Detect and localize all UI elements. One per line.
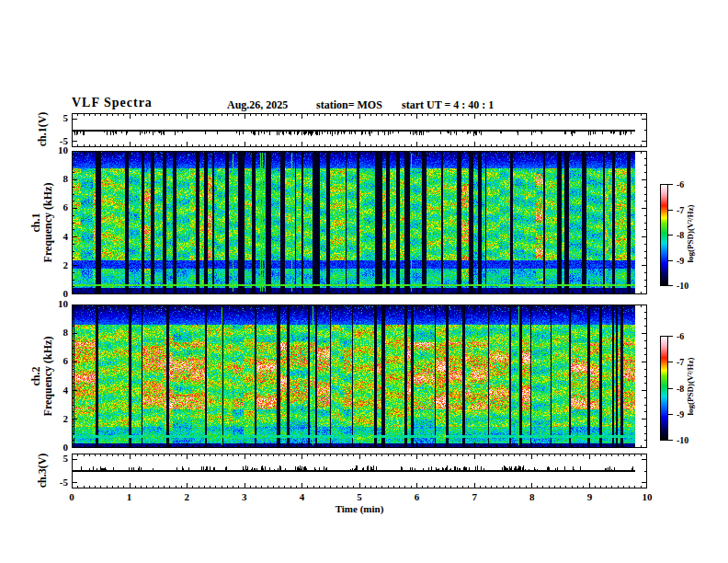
colorbar-tick-label: -9: [677, 255, 684, 267]
figure-date: Aug.26, 2025: [227, 98, 288, 112]
figure-station: station= MOS: [316, 98, 382, 112]
time-tick-label: 0: [69, 491, 74, 503]
time-tick-label: 6: [415, 491, 420, 503]
vlf-spectra-figure: VLF Spectra Aug.26, 2025 station= MOS st…: [0, 0, 728, 563]
voltage-tick-label: 5: [40, 112, 68, 124]
x-axis-title: Time (min): [336, 503, 384, 514]
frequency-tick-label: 4: [40, 385, 68, 396]
time-tick-label: 7: [472, 491, 477, 503]
time-tick-label: 3: [242, 491, 247, 503]
colorbar-tick-label: -8: [677, 229, 684, 241]
figure-start-ut: start UT = 4 : 40 : 1: [402, 98, 494, 112]
ch1-frequency-axis-label-line2: Frequency (kHz): [42, 144, 54, 301]
colorbar-tick-label: -10: [677, 280, 688, 292]
time-tick-label: 5: [357, 491, 362, 503]
frequency-tick-label: 0: [40, 442, 68, 454]
time-tick-label: 1: [127, 491, 132, 503]
colorbar-tick-label: -8: [677, 383, 684, 395]
ch2-frequency-axis-label-line2: Frequency (kHz): [42, 298, 54, 454]
voltage-tick-label: -5: [40, 477, 68, 488]
frequency-tick-label: 8: [40, 173, 68, 185]
colorbar-tick-label: -7: [677, 356, 684, 368]
colorbar-tick-label: -9: [677, 408, 684, 420]
colorbar-tick-label: -7: [677, 204, 684, 216]
frequency-tick-label: 6: [40, 201, 68, 213]
ch2-colorbar: [660, 336, 675, 441]
ch2-colorbar-label: log(PSD)(V²/Hz): [686, 336, 695, 437]
voltage-tick-label: -5: [40, 135, 68, 147]
time-tick-label: 8: [529, 491, 535, 503]
frequency-tick-label: 6: [40, 355, 68, 367]
ch2-frequency-axis-label: ch.2 Frequency (kHz): [30, 298, 54, 454]
voltage-tick-label: 5: [40, 453, 68, 465]
ch1-waveform-panel: [72, 113, 647, 147]
colorbar-tick-label: -6: [677, 330, 684, 342]
frequency-tick-label: 8: [40, 327, 68, 339]
time-tick-label: 2: [184, 491, 189, 503]
colorbar-tick-label: -10: [677, 434, 688, 446]
ch2-spectrogram-panel: [72, 304, 647, 448]
time-tick-label: 10: [643, 491, 653, 503]
ch3-waveform-panel: [72, 454, 647, 488]
figure-title: VLF Spectra: [72, 96, 153, 110]
ch1-colorbar: [660, 184, 675, 286]
ch1-spectrogram-panel: [72, 151, 647, 294]
time-tick-label: 9: [587, 491, 593, 503]
colorbar-tick-label: -6: [677, 178, 684, 190]
time-tick-label: 4: [300, 491, 305, 503]
frequency-tick-label: 2: [40, 413, 68, 425]
ch1-colorbar-label: log(PSD)(V²/Hz): [686, 183, 695, 284]
ch1-frequency-axis-label: ch.1 Frequency (kHz): [30, 144, 54, 301]
frequency-tick-label: 2: [40, 259, 68, 271]
frequency-tick-label: 10: [40, 298, 68, 310]
frequency-tick-label: 4: [40, 231, 68, 243]
